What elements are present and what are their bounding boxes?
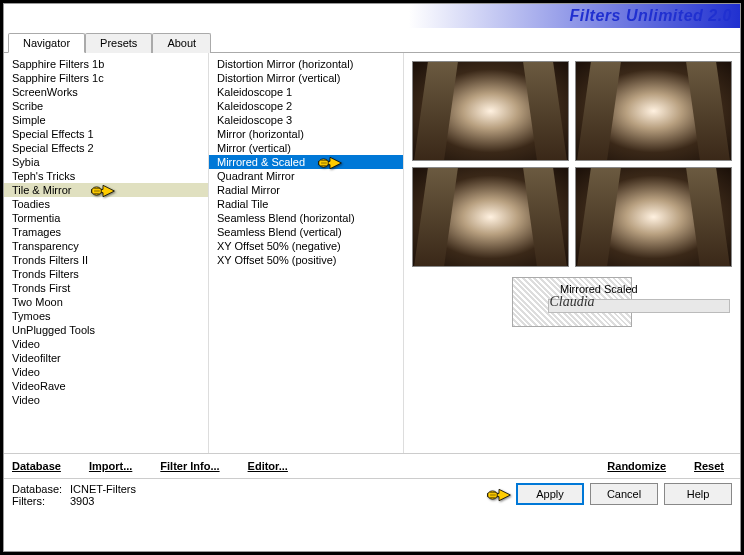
filter-item[interactable]: Radial Mirror — [209, 183, 403, 197]
filter-item[interactable]: XY Offset 50% (negative) — [209, 239, 403, 253]
current-filter-label: Mirrored Scaled — [548, 283, 638, 295]
category-item[interactable]: Simple — [4, 113, 208, 127]
button-row: Apply Cancel Help — [516, 483, 732, 507]
help-button[interactable]: Help — [664, 483, 732, 505]
filter-item[interactable]: XY Offset 50% (positive) — [209, 253, 403, 267]
filter-item[interactable]: Mirror (horizontal) — [209, 127, 403, 141]
category-item[interactable]: Transparency — [4, 239, 208, 253]
preview-thumb — [412, 61, 569, 161]
tab-navigator[interactable]: Navigator — [8, 33, 85, 53]
tab-presets[interactable]: Presets — [85, 33, 152, 53]
category-item[interactable]: Tronds Filters — [4, 267, 208, 281]
category-item[interactable]: Tronds First — [4, 281, 208, 295]
category-item[interactable]: Teph's Tricks — [4, 169, 208, 183]
preview-panel: Claudia Mirrored Scaled — [404, 53, 740, 453]
category-item[interactable]: Toadies — [4, 197, 208, 211]
category-item[interactable]: Tronds Filters II — [4, 253, 208, 267]
filters-value: 3903 — [70, 495, 94, 507]
filter-item[interactable]: Distortion Mirror (vertical) — [209, 71, 403, 85]
filters-label: Filters: — [12, 495, 70, 507]
filter-item[interactable]: Seamless Blend (vertical) — [209, 225, 403, 239]
filter-item[interactable]: Quadrant Mirror — [209, 169, 403, 183]
category-item[interactable]: Tramages — [4, 225, 208, 239]
cancel-button[interactable]: Cancel — [590, 483, 658, 505]
category-item[interactable]: ScreenWorks — [4, 85, 208, 99]
db-label: Database: — [12, 483, 70, 495]
filter-item[interactable]: Distortion Mirror (horizontal) — [209, 57, 403, 71]
status-bar: Database: ICNET-Filters Filters: 3903 Ap… — [4, 478, 740, 511]
filter-list[interactable]: Distortion Mirror (horizontal)Distortion… — [209, 53, 404, 453]
preview-thumb — [575, 61, 732, 161]
category-item[interactable]: Tymoes — [4, 309, 208, 323]
filter-item[interactable]: Kaleidoscope 2 — [209, 99, 403, 113]
randomize-link[interactable]: Randomize — [607, 460, 666, 472]
category-item[interactable]: Tile & Mirror — [4, 183, 208, 197]
category-item[interactable]: UnPlugged Tools — [4, 323, 208, 337]
reset-link[interactable]: Reset — [694, 460, 724, 472]
import-link[interactable]: Import... — [89, 460, 132, 472]
category-item[interactable]: Video — [4, 393, 208, 407]
category-item[interactable]: VideoRave — [4, 379, 208, 393]
preview-thumb — [412, 167, 569, 267]
category-item[interactable]: Scribe — [4, 99, 208, 113]
editor-link[interactable]: Editor... — [248, 460, 288, 472]
preview-thumbs — [408, 57, 736, 271]
database-link[interactable]: Database — [12, 460, 61, 472]
apply-button[interactable]: Apply — [516, 483, 584, 505]
app-title: Filters Unlimited 2.0 — [569, 7, 732, 25]
filter-item[interactable]: Kaleidoscope 3 — [209, 113, 403, 127]
tab-about[interactable]: About — [152, 33, 211, 53]
filter-item[interactable]: Mirror (vertical) — [209, 141, 403, 155]
category-item[interactable]: Special Effects 1 — [4, 127, 208, 141]
filter-item[interactable]: Seamless Blend (horizontal) — [209, 211, 403, 225]
category-list[interactable]: Sapphire Filters 1bSapphire Filters 1cSc… — [4, 53, 209, 453]
category-item[interactable]: Sapphire Filters 1b — [4, 57, 208, 71]
category-item[interactable]: Special Effects 2 — [4, 141, 208, 155]
category-item[interactable]: Video — [4, 337, 208, 351]
toolbar: Database Import... Filter Info... Editor… — [4, 453, 740, 478]
tab-bar: Navigator Presets About — [4, 30, 740, 53]
category-item[interactable]: Video — [4, 365, 208, 379]
db-value: ICNET-Filters — [70, 483, 136, 495]
svg-point-0 — [92, 187, 102, 195]
filter-item[interactable]: Radial Tile — [209, 197, 403, 211]
filterinfo-link[interactable]: Filter Info... — [160, 460, 219, 472]
app-window: Filters Unlimited 2.0 Navigator Presets … — [3, 3, 741, 552]
category-item[interactable]: Two Moon — [4, 295, 208, 309]
category-item[interactable]: Sybia — [4, 155, 208, 169]
filter-item[interactable]: Mirrored & Scaled — [209, 155, 403, 169]
titlebar: Filters Unlimited 2.0 — [4, 4, 740, 28]
category-item[interactable]: Tormentia — [4, 211, 208, 225]
filter-item[interactable]: Kaleidoscope 1 — [209, 85, 403, 99]
main-area: Sapphire Filters 1bSapphire Filters 1cSc… — [4, 53, 740, 453]
category-item[interactable]: Videofilter — [4, 351, 208, 365]
preview-thumb — [575, 167, 732, 267]
category-item[interactable]: Sapphire Filters 1c — [4, 71, 208, 85]
svg-point-1 — [319, 159, 329, 167]
